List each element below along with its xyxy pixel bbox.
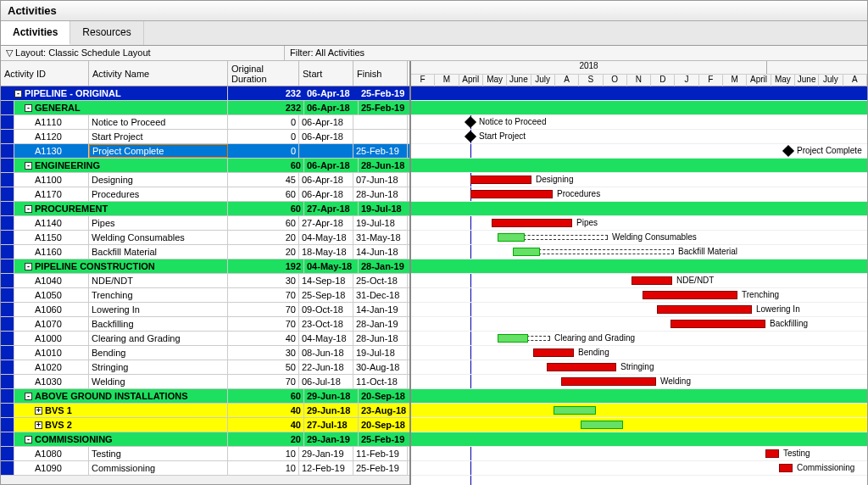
finish-date: 28-Jun-18: [353, 332, 408, 345]
table-row[interactable]: A1170Procedures6006-Apr-1828-Jun-18: [1, 187, 409, 202]
expand-toggle[interactable]: -: [25, 162, 32, 170]
gantt-chart[interactable]: 20182019FMAprilMayJuneJulyASONDJFMAprilM…: [411, 61, 867, 485]
table-row[interactable]: A1060Lowering In7009-Oct-1814-Jan-19: [1, 303, 409, 317]
table-row[interactable]: A1100Designing4506-Apr-1807-Jun-18: [1, 173, 409, 187]
table-row[interactable]: -PIPELINE CONSTRUCTION19204-May-1828-Jan…: [1, 259, 409, 274]
tab-bar: ActivitiesResources: [1, 21, 867, 46]
gantt-bar[interactable]: [779, 464, 793, 472]
start-date: 06-Apr-18: [304, 101, 359, 114]
table-row[interactable]: A1010Bending3008-Jun-1819-Jul-18: [1, 346, 409, 360]
table-row[interactable]: A1120Start Project006-Apr-18: [1, 130, 409, 144]
gantt-bar[interactable]: [547, 363, 616, 371]
original-duration: 60: [233, 202, 304, 215]
gantt-bar[interactable]: [554, 406, 596, 415]
expand-toggle[interactable]: -: [25, 263, 32, 270]
gantt-bar[interactable]: [581, 421, 623, 429]
start-date: 06-Apr-18: [299, 115, 353, 129]
gantt-year: 2019: [767, 61, 867, 74]
gantt-timeline-header: 20182019FMAprilMayJuneJulyASONDJFMAprilM…: [411, 61, 867, 86]
expand-toggle[interactable]: -: [25, 104, 32, 112]
activity-name: Welding: [89, 375, 228, 388]
finish-date: 25-Feb-19: [359, 432, 409, 446]
layout-selector[interactable]: ▽ Layout: Classic Schedule Layout: [1, 46, 285, 60]
gantt-bar[interactable]: [533, 348, 574, 357]
start-date: 06-Apr-18: [304, 159, 359, 172]
gantt-month: A: [843, 74, 867, 86]
gantt-bar[interactable]: [657, 305, 752, 314]
original-duration: 40: [233, 404, 304, 417]
col-original-duration[interactable]: Original Duration: [228, 61, 299, 86]
table-row[interactable]: -ENGINEERING6006-Apr-1828-Jun-18: [1, 159, 409, 173]
gantt-bar[interactable]: [470, 190, 553, 198]
table-row[interactable]: A1050Trenching7025-Sep-1831-Dec-18: [1, 288, 409, 303]
table-row[interactable]: A1000Clearing and Grading4004-May-1828-J…: [1, 332, 409, 346]
activity-name: Start Project: [89, 130, 228, 143]
original-duration: 45: [228, 173, 299, 187]
finish-date: 25-Feb-19: [353, 144, 408, 158]
table-row[interactable]: -COMMISSIONING2029-Jan-1925-Feb-19: [1, 432, 409, 447]
expand-toggle[interactable]: -: [25, 393, 32, 400]
activity-id: A1030: [14, 375, 89, 388]
table-row[interactable]: A1110Notice to Proceed006-Apr-18: [1, 115, 409, 130]
table-row[interactable]: -PROCUREMENT6027-Apr-1819-Jul-18: [1, 202, 409, 216]
table-row[interactable]: A1130Project Complete025-Feb-19: [1, 144, 409, 159]
table-row[interactable]: A1030Welding7006-Jul-1811-Oct-18: [1, 375, 409, 389]
start-date: 12-Feb-19: [299, 461, 353, 475]
original-duration: 70: [228, 317, 299, 331]
original-duration: 10: [228, 461, 299, 475]
tab-activities[interactable]: Activities: [1, 21, 70, 45]
gantt-bar[interactable]: [498, 233, 525, 242]
gantt-bar[interactable]: [561, 377, 656, 386]
gantt-bar[interactable]: [492, 219, 572, 227]
table-row[interactable]: A1070Backfilling7023-Oct-1828-Jan-19: [1, 317, 409, 332]
finish-date: 25-Oct-18: [353, 274, 408, 287]
table-row[interactable]: -PIPELINE - ORIGINAL23206-Apr-1825-Feb-1…: [1, 86, 409, 101]
activity-id: A1110: [14, 115, 89, 129]
activity-id: A1040: [14, 274, 89, 287]
gantt-body[interactable]: Notice to ProceedStart ProjectProject Co…: [411, 86, 867, 485]
col-finish[interactable]: Finish: [353, 61, 408, 86]
finish-date: 11-Feb-19: [353, 447, 408, 460]
expand-toggle[interactable]: +: [35, 407, 42, 415]
col-start[interactable]: Start: [299, 61, 353, 86]
filter-selector[interactable]: Filter: All Activities: [285, 46, 867, 60]
start-date: 25-Sep-18: [299, 288, 353, 302]
gantt-bar[interactable]: [632, 276, 672, 285]
column-headers: Activity ID Activity Name Original Durat…: [1, 61, 409, 86]
table-row[interactable]: A1040NDE/NDT3014-Sep-1825-Oct-18: [1, 274, 409, 288]
finish-date: 20-Sep-18: [359, 389, 409, 403]
table-row[interactable]: +BVS 14029-Jun-1823-Aug-18: [1, 404, 409, 418]
table-row[interactable]: -ABOVE GROUND INSTALLATIONS6029-Jun-1820…: [1, 389, 409, 404]
activity-id: -ENGINEERING: [14, 159, 228, 172]
col-activity-id[interactable]: Activity ID: [1, 61, 89, 86]
activity-table: Activity ID Activity Name Original Durat…: [1, 61, 411, 485]
expand-toggle[interactable]: -: [14, 90, 22, 98]
table-row[interactable]: A1140Pipes6027-Apr-1819-Jul-18: [1, 216, 409, 231]
finish-date: 28-Jun-18: [359, 159, 409, 172]
table-row[interactable]: -GENERAL23206-Apr-1825-Feb-19: [1, 101, 409, 115]
original-duration: 0: [228, 144, 299, 158]
table-row[interactable]: A1080Testing1029-Jan-1911-Feb-19: [1, 447, 409, 461]
expand-toggle[interactable]: -: [25, 436, 32, 443]
gantt-bar[interactable]: [470, 176, 531, 184]
original-duration: 20: [228, 231, 299, 244]
gantt-bar[interactable]: [670, 320, 765, 328]
activity-name: Notice to Proceed: [89, 115, 228, 129]
col-activity-name[interactable]: Activity Name: [89, 61, 228, 86]
gantt-bar[interactable]: [498, 334, 528, 343]
expand-toggle[interactable]: +: [35, 421, 42, 429]
table-row[interactable]: A1090Commissioning1012-Feb-1925-Feb-19: [1, 461, 409, 476]
finish-date: 28-Jan-19: [359, 259, 409, 273]
gantt-bar[interactable]: [513, 248, 540, 256]
table-row[interactable]: A1150Welding Consumables2004-May-1831-Ma…: [1, 231, 409, 245]
table-row[interactable]: +BVS 24027-Jul-1820-Sep-18: [1, 418, 409, 432]
original-duration: 70: [228, 288, 299, 302]
activity-id: +BVS 2: [14, 418, 228, 432]
table-row[interactable]: A1020Stringing5022-Jun-1830-Aug-18: [1, 360, 409, 375]
tab-resources[interactable]: Resources: [70, 21, 143, 45]
expand-toggle[interactable]: -: [25, 205, 32, 213]
gantt-bar[interactable]: [765, 449, 779, 458]
gantt-bar[interactable]: [643, 291, 737, 299]
table-row[interactable]: A1160Backfill Material2018-May-1814-Jun-…: [1, 245, 409, 259]
original-duration: 10: [228, 447, 299, 460]
